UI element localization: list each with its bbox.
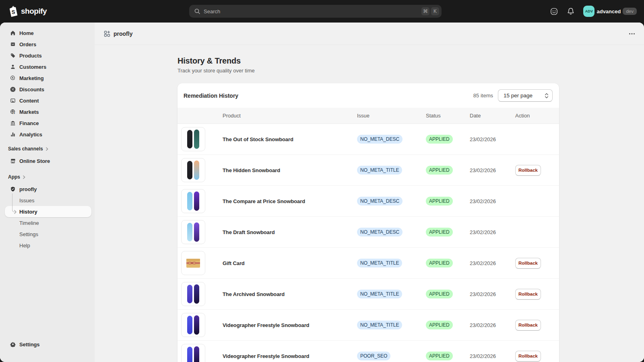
rollback-button[interactable]: Rollback xyxy=(515,320,541,331)
rollback-button[interactable]: Rollback xyxy=(515,165,541,176)
product-image xyxy=(181,282,205,306)
apps-header[interactable]: Apps xyxy=(5,172,91,182)
product-thumb-cell xyxy=(178,189,223,213)
status-cell: APPLIED xyxy=(426,166,470,175)
sidebar-item-home[interactable]: Home xyxy=(5,27,91,39)
product-name: The Out of Stock Snowboard xyxy=(223,136,293,142)
app-blocks-icon xyxy=(104,31,110,37)
sidebar-item-settings[interactable]: Settings xyxy=(5,339,91,350)
product-name: Gift Card xyxy=(223,260,245,266)
date-cell: 23/02/2026 xyxy=(470,291,515,297)
product-image xyxy=(181,344,205,362)
issue-cell: NO_META_DESC xyxy=(357,197,426,206)
product-image xyxy=(181,127,205,151)
sidebar-item-marketing[interactable]: Marketing xyxy=(5,72,91,84)
snowboards-image xyxy=(185,284,201,304)
sidebar-item-discounts[interactable]: Discounts xyxy=(5,84,91,95)
more-actions-icon[interactable] xyxy=(629,31,635,37)
product-thumb-cell xyxy=(178,282,223,306)
issue-cell: POOR_SEO xyxy=(357,352,426,360)
shield-check-icon xyxy=(10,186,16,192)
sidebar-item-proofly[interactable]: proofly xyxy=(5,183,91,195)
product-cell: Videographer Freestyle Snowboard xyxy=(223,352,357,360)
avatar: ADV xyxy=(583,6,594,17)
status-cell: APPLIED xyxy=(426,259,470,267)
col-action: Action xyxy=(515,113,559,119)
product-name: Videographer Freestyle Snowboard xyxy=(223,353,309,359)
shopify-logo[interactable]: S shopify xyxy=(8,5,47,17)
per-page-value: 15 per page xyxy=(504,93,533,99)
date-cell: 23/02/2026 xyxy=(470,322,515,328)
sidebar-item-finance[interactable]: Finance xyxy=(5,117,91,129)
date-cell: 23/02/2026 xyxy=(470,167,515,173)
date-cell: 23/02/2026 xyxy=(470,353,515,359)
chevron-right-icon xyxy=(46,147,48,151)
sidebar-item-app-settings[interactable]: Settings xyxy=(5,228,91,240)
chevron-right-icon xyxy=(23,175,25,179)
snowboards-image xyxy=(185,160,201,180)
sales-channels-header[interactable]: Sales channels xyxy=(5,144,91,154)
sidebar-subitem-label: History xyxy=(19,209,37,215)
card-header: Remediation History 85 items 15 per page xyxy=(178,83,559,108)
sidebar-subitem-label: Help xyxy=(19,243,30,249)
col-status: Status xyxy=(426,113,470,119)
sidebar-item-help[interactable]: Help xyxy=(5,240,91,251)
rollback-button[interactable]: Rollback xyxy=(515,289,541,300)
tag-icon xyxy=(10,53,16,58)
app-frame: Home Orders Products Customers Marketing… xyxy=(0,23,644,362)
col-issue: Issue xyxy=(357,113,426,119)
status-badge: APPLIED xyxy=(426,352,453,360)
target-icon xyxy=(10,75,16,81)
table-body: The Out of Stock Snowboard NO_META_DESC … xyxy=(178,124,559,362)
rollback-button[interactable]: Rollback xyxy=(515,351,541,362)
sidebar-item-content[interactable]: Content xyxy=(5,95,91,106)
snowboards-image xyxy=(185,346,201,362)
status-badge: APPLIED xyxy=(426,166,453,175)
remediation-history-card: Remediation History 85 items 15 per page… xyxy=(178,83,559,362)
issue-cell: NO_META_TITLE xyxy=(357,290,426,298)
table-row: The Hidden Snowboard NO_META_TITLE APPLI… xyxy=(178,155,559,186)
page-subtitle: Track your store quality over time xyxy=(178,68,559,74)
status-badge: APPLIED xyxy=(426,321,453,329)
bar-chart-icon xyxy=(10,132,16,137)
product-image xyxy=(181,158,205,182)
notifications-bell-icon[interactable] xyxy=(567,7,575,15)
sidebar-item-label: Content xyxy=(19,98,39,104)
sidebar-item-analytics[interactable]: Analytics xyxy=(5,129,91,140)
sidebar-item-label: Analytics xyxy=(19,132,42,138)
rollback-button[interactable]: Rollback xyxy=(515,258,541,269)
sidebar-item-online-store[interactable]: Online Store xyxy=(5,155,91,167)
shopify-wordmark: shopify xyxy=(21,7,47,16)
product-cell: Videographer Freestyle Snowboard xyxy=(223,321,357,329)
per-page-select[interactable]: 15 per page xyxy=(498,89,553,102)
issue-cell: NO_META_DESC xyxy=(357,135,426,144)
main-area: proofly History & Trends Track your stor… xyxy=(95,23,644,362)
sidebar-item-markets[interactable]: $ Markets xyxy=(5,106,91,117)
issue-badge: NO_META_TITLE xyxy=(357,321,402,329)
sidebar-item-products[interactable]: Products xyxy=(5,50,91,61)
status-badge: APPLIED xyxy=(426,290,453,298)
user-name: advanced xyxy=(597,8,621,14)
sidebar-item-orders[interactable]: Orders xyxy=(5,39,91,50)
snowboards-image xyxy=(185,222,201,242)
subnav-connector-arrow-icon xyxy=(12,193,19,215)
sidebar-item-timeline[interactable]: Timeline xyxy=(5,217,91,228)
product-image xyxy=(181,220,205,244)
date-cell: 23/02/2026 xyxy=(470,229,515,235)
sidebar-item-customers[interactable]: Customers xyxy=(5,61,91,72)
sidebar-item-label: Settings xyxy=(19,341,39,348)
product-cell: The Hidden Snowboard xyxy=(223,167,357,174)
gift-box-image xyxy=(185,256,201,270)
sidebar-item-label: Online Store xyxy=(19,158,50,164)
person-icon xyxy=(10,64,16,70)
action-cell: Rollback xyxy=(515,165,559,176)
table-header: Product Issue Status Date Action xyxy=(178,108,559,124)
product-cell: The Draft Snowboard xyxy=(223,228,357,236)
search-input[interactable]: Search ⌘ K xyxy=(189,5,442,18)
sidebar-item-label: Marketing xyxy=(19,75,44,81)
product-cell: Gift Card xyxy=(223,259,357,267)
sidebar-item-label: Discounts xyxy=(19,86,44,93)
account-menu[interactable]: ADV advanced dev xyxy=(583,6,637,17)
sidekick-icon[interactable] xyxy=(550,7,558,16)
sidebar-item-label: Home xyxy=(19,30,34,36)
